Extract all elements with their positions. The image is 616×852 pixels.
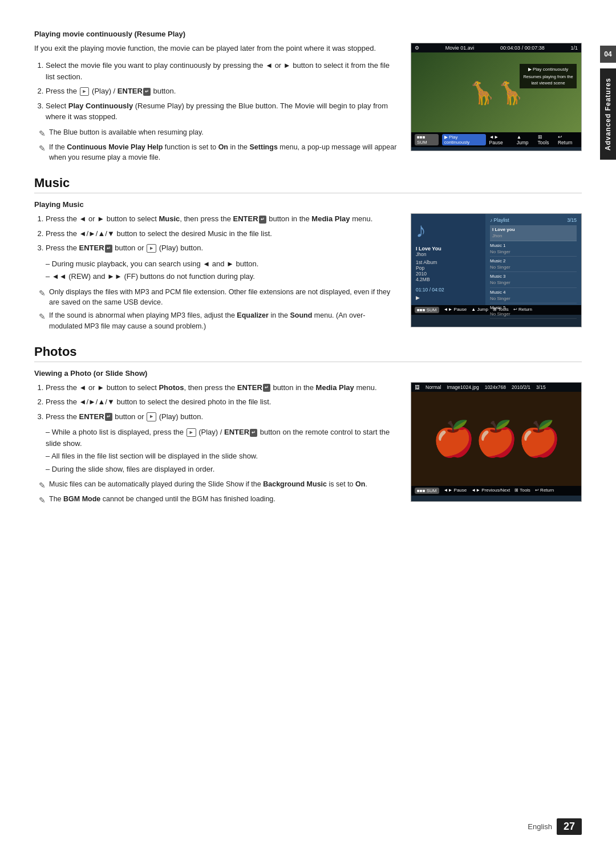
note-symbol-p1: ✎ [39,480,46,492]
sum-button: ■■■ SUM [415,134,439,145]
music-sub-1: During music playback, you can search us… [46,258,397,270]
photos-screenshot-container: 🖼 Normal Image1024.jpg 1024x768 2010/2/1… [411,382,582,509]
music-section-title: Music [34,176,582,193]
enter-icon-m2: ↵ [105,245,112,253]
music-note-1-text: Only displays the files with MP3 and PCM… [49,287,397,309]
play-indicator: ▶ [416,295,481,301]
photos-return: ↩ Return [535,488,554,494]
photo-note-2-text: The BGM Mode cannot be changed until the… [49,494,397,505]
music-note-1: ✎ Only displays the files with MP3 and P… [34,287,397,309]
movie-screenshot: ⚙ Movie 01.avi 00:04:03 / 00:07:38 1/1 🦒… [411,43,582,151]
photos-steps: Press the ◄ or ► button to select Photos… [34,382,397,423]
pl-title-0: I Love you [492,226,577,233]
play-key-photo: ► [147,412,156,421]
movie-settings-icon: ⚙ [415,45,419,51]
music-sub-2: ◄◄ (REW) and ►► (FF) buttons do not func… [46,271,397,282]
photos-prevnext: ◄► Previous/Next [471,488,510,494]
photos-sum: ■■■ SUM [415,488,439,494]
photos-bottom-bar: ■■■ SUM ◄► Pause ◄► Previous/Next ⊞ Tool… [411,486,581,496]
chapter-number: 04 [600,46,616,63]
movie-content: 🦒🦒 ▶ Play continuously Resumes playing f… [411,52,581,132]
track-time: 01:10 / 04:02 [416,287,481,293]
photo-visual: 🍎🍎🍎 [432,419,561,459]
playlist-label: ♪ Playlist [490,217,509,223]
pl-title-1: Music 1 [490,242,577,249]
resume-play-notes: ✎ The Blue button is available when resu… [34,127,397,164]
play-icon: ► [80,87,90,96]
playlist-page: 3/15 [567,217,577,223]
play-continuously-button: ▶ Play continuously [442,134,486,145]
page-footer: English 27 [528,818,582,835]
resume-note-2-text: If the Continuous Movie Play Help functi… [49,142,397,164]
chapter-tab: Advanced Features [600,68,616,160]
playlist-item-1: Music 1 No Singer [490,241,577,257]
photo-page: 3/15 [536,384,546,390]
music-screenshot-container: ♪ I Love You Jhon 1st Album Pop 2010 4.2… [411,213,582,334]
photo-step-3: Press the ENTER↵ button or ► (Play) butt… [46,411,397,423]
page-number: 27 [557,818,582,835]
resume-note-1-text: The Blue button is available when resumi… [49,127,397,138]
photo-date: 2010/2/1 [512,384,530,390]
music-note-icon: ♪ [416,218,481,242]
music-step-2: Press the ◄/►/▲/▼ button to select the d… [46,228,397,240]
enter-icon-p1: ↵ [263,384,270,392]
photos-content-row: Press the ◄ or ► button to select Photos… [34,382,582,509]
photos-sub-bullets: While a photo list is displayed, press t… [34,427,397,474]
pause-control: ◄► Pause [489,134,513,145]
music-note-2-text: If the sound is abnormal when playing MP… [49,310,397,332]
track-size: 4.2MB [416,277,481,282]
resume-step-3: Select Play Continuously (Resume Play) b… [46,100,397,123]
photos-tools: ⊞ Tools [514,488,530,494]
viewing-photo-title: Viewing a Photo (or Slide Show) [34,369,582,378]
photo-note-1: ✎ Music files can be automatically playe… [34,479,397,492]
pl-artist-3: No Singer [490,279,577,286]
photo-sub-3: During the slide show, files are display… [46,464,397,475]
jump-control: ▲ Jump [517,134,534,145]
note-symbol-m2: ✎ [39,311,46,323]
popup-title: ▶ Play continuously [523,66,573,72]
pl-title-3: Music 3 [490,273,577,279]
photo-mode: Normal [425,384,441,390]
playing-music-title: Playing Music [34,200,582,209]
resume-play-section: Playing movie continuously (Resume Play)… [34,30,582,165]
photos-screenshot: 🖼 Normal Image1024.jpg 1024x768 2010/2/1… [411,382,582,502]
music-screenshot: ♪ I Love You Jhon 1st Album Pop 2010 4.2… [411,213,582,327]
photos-section-title: Photos [34,344,582,362]
track-genre: Pop [416,265,481,271]
movie-page: 1/1 [570,45,578,51]
return-control: ↩ Return [558,134,578,145]
tools-control: ⊞ Tools [538,134,554,145]
enter-icon-p2: ↵ [105,413,112,421]
music-tools: ⊞ Tools [493,307,509,313]
track-artist: Jhon [416,251,481,257]
footer-language: English [528,822,552,831]
note-symbol-m1: ✎ [39,287,46,299]
pl-title-2: Music 2 [490,258,577,264]
playlist-item-4: Music 4 No Singer [490,288,577,303]
music-return: ↩ Return [513,307,532,313]
photos-content: 🍎🍎🍎 [411,392,581,486]
note-symbol-1: ✎ [39,128,46,140]
resume-play-content: If you exit the playing movie function, … [34,43,582,165]
music-playlist: ♪ Playlist 3/15 I Love you Jhon Music 1 … [485,214,581,305]
music-notes: ✎ Only displays the files with MP3 and P… [34,287,397,332]
music-sub-bullets: During music playback, you can search us… [34,258,397,282]
movie-time: 00:04:03 / 00:07:38 [500,45,545,51]
music-content-row: Press the ◄ or ► button to select Music,… [34,213,582,334]
music-note-2: ✎ If the sound is abnormal when playing … [34,310,397,332]
enter-icon-inline: ↵ [250,429,257,437]
chapter-title: Advanced Features [604,78,612,151]
resume-note-1: ✎ The Blue button is available when resu… [34,127,397,140]
photo-step-1: Press the ◄ or ► button to select Photos… [46,382,397,393]
photo-note-1-text: Music files can be automatically played … [49,479,397,490]
music-pause: ◄► Pause [444,307,467,313]
photo-resolution: 1024x768 [485,384,506,390]
resume-play-title: Playing movie continuously (Resume Play) [34,30,582,38]
music-step-1: Press the ◄ or ► button to select Music,… [46,213,397,225]
music-text: Press the ◄ or ► button to select Music,… [34,213,397,334]
pl-title-4: Music 4 [490,289,577,295]
photos-notes: ✎ Music files can be automatically playe… [34,479,397,506]
resume-play-steps: Select the movie file you want to play c… [34,60,397,123]
track-title: I Love You [416,246,481,251]
resume-play-text: If you exit the playing movie function, … [34,43,397,165]
